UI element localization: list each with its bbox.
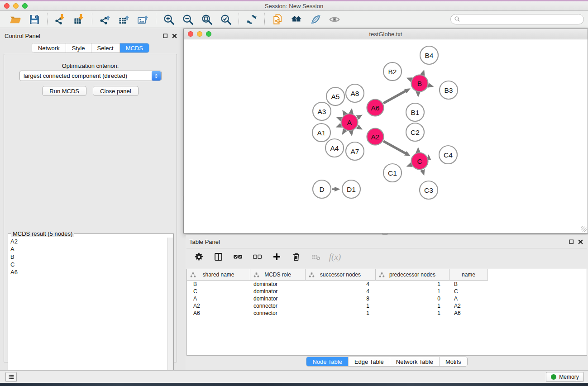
column-settings-button[interactable] [193, 251, 205, 263]
zoom-selected-button[interactable] [218, 12, 234, 27]
zoom-in-button[interactable] [161, 12, 177, 27]
window-resize-grip[interactable] [581, 226, 587, 232]
column-header-successor-nodes[interactable]: successor nodes [306, 269, 376, 281]
mcds-result-list[interactable]: A2ABCA6 [8, 238, 167, 386]
mcds-result-item[interactable]: C [8, 261, 167, 268]
graph-node-A1[interactable]: A1 [312, 124, 330, 142]
show-hide-columns-button[interactable] [212, 251, 224, 263]
deselect-all-rows-button[interactable] [251, 251, 263, 263]
table-tab-motifs[interactable]: Motifs [439, 357, 467, 366]
column-header-name[interactable]: name [449, 269, 488, 281]
add-column-icon [272, 252, 282, 262]
new-network-from-selection-button[interactable] [270, 12, 285, 27]
graph-node-A6[interactable]: A6 [367, 100, 384, 116]
graph-node-C[interactable]: C [411, 153, 428, 170]
mcds-result-item[interactable]: B [8, 253, 167, 261]
graph-node-A[interactable]: A [341, 114, 358, 131]
graph-node-A8[interactable]: A8 [346, 84, 364, 102]
refresh-view-button[interactable] [244, 12, 259, 27]
network-graph[interactable]: B4B2BB3A5A8A6B1A3AA1C2A2A4A7C4CC1C3DD1 [184, 40, 588, 233]
graph-node-B4[interactable]: B4 [420, 46, 438, 64]
search-box[interactable] [450, 14, 584, 24]
import-table-from-file-button[interactable] [72, 12, 87, 27]
network-window-titlebar: testGlobe.txt [184, 29, 588, 39]
float-table-panel-icon[interactable] [569, 239, 574, 245]
graph-node-C1[interactable]: C1 [383, 164, 402, 182]
import-network-from-file-button[interactable] [53, 12, 68, 27]
edge-A-A6[interactable] [358, 117, 359, 118]
tab-network[interactable]: Network [32, 43, 66, 52]
graph-node-B[interactable]: B [411, 75, 428, 92]
search-input[interactable] [463, 15, 583, 24]
save-session-button[interactable] [27, 12, 42, 27]
close-table-panel-icon[interactable] [578, 239, 583, 245]
table-cell: A [187, 295, 250, 302]
graph-node-A2[interactable]: A2 [367, 129, 384, 145]
column-type-icon [190, 272, 196, 278]
new-network-from-selection-icon [272, 14, 283, 25]
export-image-button[interactable] [135, 12, 151, 27]
first-neighbors-button[interactable] [289, 12, 304, 27]
mcds-result-item[interactable]: A2 [8, 238, 167, 245]
toggle-graphics-details-button[interactable] [308, 12, 323, 27]
memory-button[interactable]: Memory [546, 372, 584, 382]
export-network-button[interactable] [97, 12, 113, 27]
select-all-rows-button[interactable] [232, 251, 244, 263]
zoom-fit-content-button[interactable] [199, 12, 215, 27]
table-row[interactable]: A6connector11A6 [187, 310, 587, 317]
graph-node-D[interactable]: D [313, 180, 331, 198]
table-tab-network-table[interactable]: Network Table [390, 357, 439, 366]
close-panel-button[interactable]: Close panel [93, 86, 139, 96]
show-hide-columns-icon [214, 252, 223, 262]
mcds-result-item[interactable]: A [8, 245, 167, 253]
run-mcds-button[interactable]: Run MCDS [42, 86, 86, 96]
graph-node-B2[interactable]: B2 [383, 62, 402, 81]
table-row[interactable]: Cdominator41C [187, 288, 587, 295]
table-row[interactable]: A2connector11A2 [187, 302, 587, 310]
table-cell: 1 [376, 281, 449, 287]
optimization-criterion-select[interactable]: largest connected component (directed) [19, 71, 162, 81]
zoom-out-button[interactable] [180, 12, 196, 27]
svg-text:C4: C4 [444, 151, 453, 159]
edge-A2-C[interactable] [383, 141, 406, 154]
edge-C-C3[interactable] [422, 170, 423, 171]
graph-node-B3[interactable]: B3 [440, 81, 458, 99]
table-body: Bdominator41BCdominator41CAdominator80AA… [187, 281, 587, 317]
edge-A-A4[interactable] [344, 130, 345, 131]
table-row[interactable]: Bdominator41B [187, 281, 587, 288]
edge-A-A2[interactable] [358, 127, 359, 127]
graph-node-C2[interactable]: C2 [406, 123, 424, 141]
float-panel-icon[interactable] [163, 33, 168, 39]
column-header-predecessor-nodes[interactable]: predecessor nodes [376, 269, 449, 281]
tab-mcds[interactable]: MCDS [120, 43, 149, 52]
table-tab-node-table[interactable]: Node Table [306, 357, 348, 366]
graph-node-A5[interactable]: A5 [326, 87, 344, 105]
show-hide-panel-button[interactable] [327, 12, 342, 27]
graph-node-A7[interactable]: A7 [346, 142, 364, 160]
node-table: shared nameMCDS rolesuccessor nodesprede… [186, 269, 587, 356]
result-scrollbar[interactable] [167, 238, 173, 386]
open-session-button[interactable] [8, 12, 23, 27]
mcds-result-item[interactable]: A6 [8, 268, 167, 276]
edge-A-A1[interactable] [340, 125, 341, 126]
network-canvas[interactable]: B4B2BB3A5A8A6B1A3AA1C2A2A4A7C4CC1C3DD1 [184, 40, 587, 233]
graph-node-A3[interactable]: A3 [313, 102, 331, 120]
edge-A6-B[interactable] [383, 91, 406, 103]
tab-select[interactable]: Select [91, 43, 120, 52]
table-row[interactable]: Adominator80A [187, 295, 587, 302]
tab-style[interactable]: Style [66, 43, 91, 52]
graph-node-C4[interactable]: C4 [439, 146, 457, 164]
graph-node-D1[interactable]: D1 [342, 180, 360, 198]
table-tab-edge-table[interactable]: Edge Table [348, 357, 390, 366]
table-tabs: Node TableEdge TableNetwork TableMotifs [186, 357, 588, 367]
column-header-shared-name[interactable]: shared name [187, 269, 250, 281]
delete-column-button[interactable] [290, 251, 302, 263]
task-history-button[interactable] [5, 372, 17, 382]
graph-node-B1[interactable]: B1 [406, 103, 424, 121]
graph-node-C3[interactable]: C3 [420, 181, 438, 199]
column-header-MCDS-role[interactable]: MCDS role [250, 269, 306, 281]
export-table-button[interactable] [116, 12, 132, 27]
add-column-button[interactable] [271, 251, 282, 263]
close-panel-icon[interactable] [172, 33, 177, 39]
graph-node-A4[interactable]: A4 [325, 139, 344, 157]
